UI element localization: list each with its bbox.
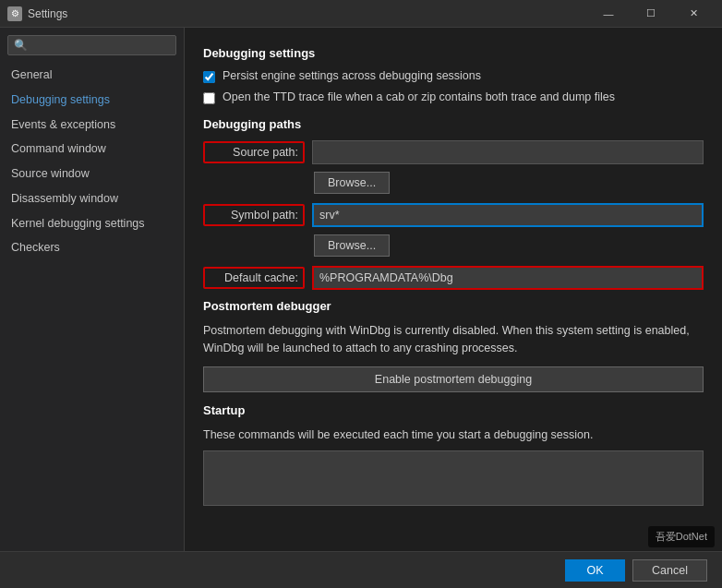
cancel-button[interactable]: Cancel — [632, 559, 707, 582]
default-cache-label: Default cache: — [203, 267, 305, 289]
symbol-browse-button[interactable]: Browse... — [314, 234, 390, 257]
ttd-trace-label: Open the TTD trace file when a cab or zi… — [223, 90, 615, 103]
debugging-paths-header: Debugging paths — [203, 117, 704, 131]
startup-textarea[interactable] — [203, 450, 704, 506]
source-path-row: Source path: — [203, 140, 704, 164]
app-icon: ⚙ — [7, 6, 22, 21]
sidebar-item-disassembly-window[interactable]: Disassembly window — [0, 186, 184, 211]
symbol-input-wrap — [312, 203, 704, 227]
watermark: 吾爱DotNet — [648, 526, 715, 547]
sidebar-item-debugging-settings[interactable]: Debugging settings — [0, 88, 184, 113]
postmortem-description: Postmortem debugging with WinDbg is curr… — [203, 322, 704, 357]
ok-button[interactable]: OK — [565, 559, 625, 582]
debugging-settings-header: Debugging settings — [203, 46, 704, 60]
sidebar-item-command-window[interactable]: Command window — [0, 137, 184, 162]
search-icon: 🔍 — [14, 39, 28, 52]
persist-engine-label: Persist engine settings across debugging… — [223, 69, 481, 82]
window-controls: — ☐ ✕ — [587, 0, 715, 28]
symbol-path-label: Symbol path: — [203, 204, 305, 226]
default-cache-input[interactable] — [312, 266, 704, 290]
main-container: 🔍 General Debugging settings Events & ex… — [0, 28, 722, 551]
search-box[interactable]: 🔍 — [7, 35, 176, 55]
sidebar-item-events-exceptions[interactable]: Events & exceptions — [0, 113, 184, 138]
enable-postmortem-button[interactable]: Enable postmortem debugging — [203, 366, 704, 392]
persist-engine-row: Persist engine settings across debugging… — [203, 69, 704, 83]
titlebar-title: Settings — [28, 7, 587, 20]
content-area: Debugging settings Persist engine settin… — [185, 28, 722, 551]
source-path-input[interactable] — [312, 140, 704, 164]
close-button[interactable]: ✕ — [672, 0, 715, 28]
persist-engine-checkbox[interactable] — [203, 71, 215, 83]
symbol-path-input[interactable] — [314, 205, 702, 225]
debugging-paths-section: Debugging paths Source path: Browse... S… — [203, 117, 704, 290]
maximize-button[interactable]: ☐ — [630, 0, 672, 28]
postmortem-section: Postmortem debugger Postmortem debugging… — [203, 299, 704, 392]
symbol-path-row: Symbol path: — [203, 203, 704, 227]
startup-description: These commands will be executed each tim… — [203, 426, 704, 444]
ttd-trace-checkbox[interactable] — [203, 92, 215, 104]
source-path-label: Source path: — [203, 141, 305, 163]
sidebar-item-general[interactable]: General — [0, 63, 184, 88]
sidebar: 🔍 General Debugging settings Events & ex… — [0, 28, 185, 551]
default-cache-row: Default cache: — [203, 266, 704, 290]
startup-header: Startup — [203, 403, 704, 417]
footer: OK Cancel — [0, 551, 722, 588]
postmortem-header: Postmortem debugger — [203, 299, 704, 313]
sidebar-item-kernel-debugging[interactable]: Kernel debugging settings — [0, 211, 184, 236]
source-browse-button[interactable]: Browse... — [314, 172, 390, 194]
startup-section: Startup These commands will be executed … — [203, 403, 704, 510]
ttd-trace-row: Open the TTD trace file when a cab or zi… — [203, 90, 704, 104]
search-input[interactable] — [31, 39, 170, 52]
sidebar-item-checkers[interactable]: Checkers — [0, 235, 184, 260]
sidebar-item-source-window[interactable]: Source window — [0, 162, 184, 186]
minimize-button[interactable]: — — [587, 0, 630, 28]
titlebar: ⚙ Settings — ☐ ✕ — [0, 0, 722, 28]
